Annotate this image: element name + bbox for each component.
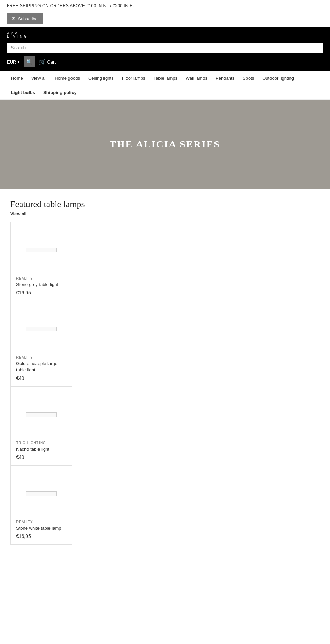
product-brand-4: REALITY — [16, 520, 66, 524]
product-brand-3: TRIO LIGHTING — [16, 441, 66, 445]
chevron-down-icon: ▾ — [18, 60, 20, 64]
product-card-2[interactable]: REALITY Gold pineapple large table light… — [10, 301, 72, 386]
cart-button[interactable]: 🛒 Cart — [39, 59, 56, 65]
product-image-2 — [16, 307, 66, 351]
product-card-1[interactable]: REALITY Stone grey table light €16,95 — [10, 222, 72, 301]
product-card-3[interactable]: TRIO LIGHTING Nacho table light €40 — [10, 386, 72, 465]
sub-nav-item-shipping-policy[interactable]: Shipping policy — [39, 86, 81, 99]
nav-item-view-all[interactable]: View all — [27, 71, 51, 86]
mail-icon: ✉ — [12, 16, 16, 21]
currency-selector[interactable]: EUR ▾ — [7, 59, 20, 65]
product-list: REALITY Stone grey table light €16,95 RE… — [10, 222, 320, 545]
image-placeholder-rect — [26, 327, 57, 331]
product-brand-2: REALITY — [16, 355, 66, 359]
search-icon: 🔍 — [26, 59, 32, 65]
product-name-2: Gold pineapple large table light — [16, 361, 66, 373]
product-image-3 — [16, 392, 66, 437]
nav-item-outdoor-lighting[interactable]: Outdoor lighting — [258, 71, 298, 86]
nav-item-home[interactable]: Home — [7, 71, 27, 86]
cart-label: Cart — [47, 59, 56, 65]
product-price-4: €16,95 — [16, 533, 66, 539]
nav-item-ceiling-lights[interactable]: Ceiling lights — [84, 71, 118, 86]
cart-icon: 🛒 — [39, 59, 46, 65]
featured-section: Featured table lamps View all REALITY St… — [0, 189, 330, 552]
hero-banner: THE ALICIA SERIES — [0, 100, 330, 189]
subscribe-button[interactable]: ✉ Subscribe — [7, 13, 43, 24]
nav-item-wall-lamps[interactable]: Wall lamps — [182, 71, 211, 86]
header-bottom-row: EUR ▾ 🔍 🛒 Cart — [7, 56, 323, 67]
product-brand-1: REALITY — [16, 276, 66, 280]
subscribe-label: Subscribe — [18, 16, 38, 21]
hero-title: THE ALICIA SERIES — [110, 139, 220, 150]
product-name-1: Stone grey table light — [16, 282, 66, 288]
product-price-3: €40 — [16, 454, 66, 460]
search-button[interactable]: 🔍 — [24, 56, 35, 67]
main-navigation: Home View all Home goods Ceiling lights … — [0, 71, 330, 86]
nav-item-home-goods[interactable]: Home goods — [51, 71, 84, 86]
logo[interactable]: AYM LIVING — [7, 32, 323, 38]
currency-label: EUR — [7, 59, 16, 65]
search-bar — [7, 43, 323, 53]
search-input[interactable] — [11, 45, 319, 50]
logo-line2: LIVING — [7, 35, 323, 38]
nav-item-floor-lamps[interactable]: Floor lamps — [118, 71, 150, 86]
nav-item-pendants[interactable]: Pendants — [211, 71, 239, 86]
sub-nav-item-light-bulbs[interactable]: Light bulbs — [7, 86, 39, 99]
nav-item-table-lamps[interactable]: Table lamps — [150, 71, 182, 86]
product-card-4[interactable]: REALITY Stone white table lamp €16,95 — [10, 465, 72, 545]
top-banner: FREE SHIPPING ON ORDERS ABOVE €100 IN NL… — [0, 0, 330, 12]
sub-navigation: Light bulbs Shipping policy — [0, 86, 330, 100]
image-placeholder-rect — [26, 412, 57, 417]
product-name-3: Nacho table light — [16, 446, 66, 452]
product-price-1: €16,95 — [16, 290, 66, 295]
featured-view-all-link[interactable]: View all — [10, 211, 26, 216]
nav-item-spots[interactable]: Spots — [239, 71, 258, 86]
featured-section-title: Featured table lamps — [10, 199, 320, 210]
header: AYM LIVING EUR ▾ 🔍 🛒 Cart — [0, 27, 330, 71]
image-placeholder-rect — [26, 248, 57, 252]
product-image-4 — [16, 471, 66, 516]
image-placeholder-rect — [26, 491, 57, 496]
product-name-4: Stone white table lamp — [16, 525, 66, 531]
product-image-1 — [16, 228, 66, 272]
shipping-text: FREE SHIPPING ON ORDERS ABOVE €100 IN NL… — [7, 3, 136, 8]
product-price-2: €40 — [16, 375, 66, 381]
